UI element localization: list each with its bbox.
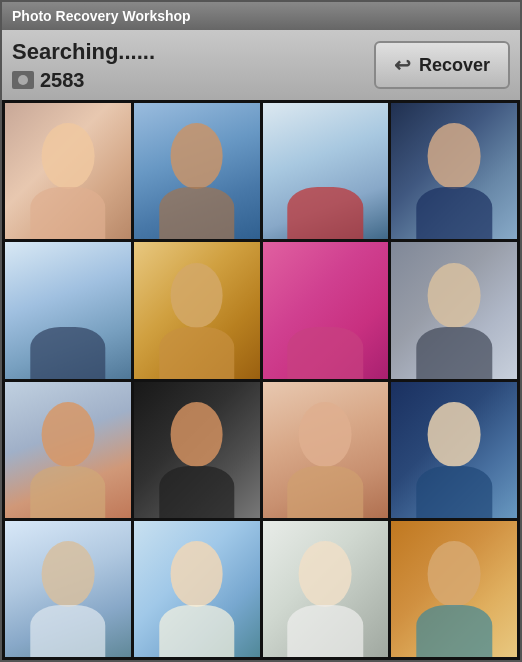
count-row: 2583 <box>12 69 155 92</box>
photo-thumbnail-11[interactable] <box>263 382 389 518</box>
photo-thumbnail-4[interactable] <box>391 103 517 239</box>
app-container: Photo Recovery Workshop Searching...... … <box>0 0 522 662</box>
photo-thumbnail-7[interactable] <box>263 242 389 378</box>
recover-button[interactable]: ↩ Recover <box>374 41 510 89</box>
photo-thumbnail-14[interactable] <box>134 521 260 657</box>
photo-thumbnail-13[interactable] <box>5 521 131 657</box>
photo-thumbnail-6[interactable] <box>134 242 260 378</box>
recover-arrow-icon: ↩ <box>394 53 411 77</box>
photo-thumbnail-3[interactable] <box>263 103 389 239</box>
photo-thumbnail-1[interactable] <box>5 103 131 239</box>
photo-thumbnail-15[interactable] <box>263 521 389 657</box>
title-text: Photo Recovery Workshop <box>12 8 191 24</box>
header: Searching...... 2583 ↩ Recover <box>2 30 520 100</box>
photo-thumbnail-10[interactable] <box>134 382 260 518</box>
title-bar: Photo Recovery Workshop <box>2 2 520 30</box>
photo-thumbnail-8[interactable] <box>391 242 517 378</box>
photo-thumbnail-5[interactable] <box>5 242 131 378</box>
header-left: Searching...... 2583 <box>12 39 155 92</box>
recover-label: Recover <box>419 55 490 76</box>
photo-thumbnail-16[interactable] <box>391 521 517 657</box>
photo-thumbnail-9[interactable] <box>5 382 131 518</box>
photo-count-icon <box>12 71 34 89</box>
photo-grid <box>2 100 520 660</box>
photo-thumbnail-12[interactable] <box>391 382 517 518</box>
searching-status: Searching...... <box>12 39 155 65</box>
photo-thumbnail-2[interactable] <box>134 103 260 239</box>
photo-count: 2583 <box>40 69 85 92</box>
